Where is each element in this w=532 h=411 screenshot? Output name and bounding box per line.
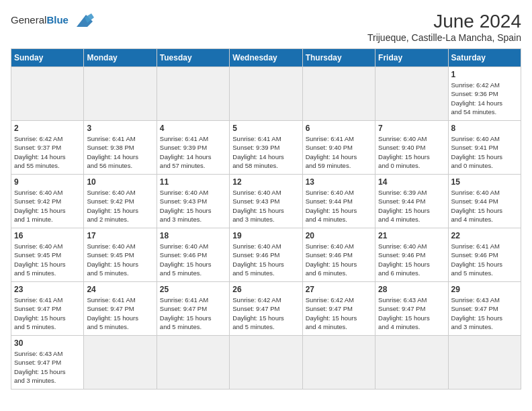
day-info: Sunrise: 6:40 AM Sunset: 9:43 PM Dayligh… (232, 188, 299, 224)
calendar-cell: 13Sunrise: 6:40 AM Sunset: 9:44 PM Dayli… (302, 175, 375, 228)
calendar-cell (230, 67, 302, 121)
calendar-cell: 17Sunrise: 6:40 AM Sunset: 9:45 PM Dayli… (84, 228, 157, 282)
day-number: 7 (378, 124, 445, 133)
day-info: Sunrise: 6:41 AM Sunset: 9:47 PM Dayligh… (87, 295, 153, 331)
day-number: 1 (451, 70, 518, 79)
calendar-cell: 23Sunrise: 6:41 AM Sunset: 9:47 PM Dayli… (11, 282, 84, 336)
calendar-cell: 29Sunrise: 6:43 AM Sunset: 9:47 PM Dayli… (448, 282, 521, 336)
weekday-header-sunday: Sunday (11, 49, 84, 67)
calendar-cell: 22Sunrise: 6:41 AM Sunset: 9:46 PM Dayli… (448, 228, 521, 282)
calendar-cell: 7Sunrise: 6:40 AM Sunset: 9:40 PM Daylig… (375, 121, 448, 175)
calendar-cell: 1Sunrise: 6:42 AM Sunset: 9:36 PM Daylig… (448, 67, 521, 121)
day-info: Sunrise: 6:40 AM Sunset: 9:43 PM Dayligh… (160, 188, 226, 224)
day-number: 13 (306, 177, 372, 187)
day-info: Sunrise: 6:40 AM Sunset: 9:46 PM Dayligh… (232, 242, 299, 277)
day-info: Sunrise: 6:40 AM Sunset: 9:46 PM Dayligh… (160, 242, 226, 277)
calendar-cell: 9Sunrise: 6:40 AM Sunset: 9:42 PM Daylig… (11, 175, 84, 228)
day-number: 18 (160, 231, 226, 240)
calendar-cell (375, 336, 448, 390)
weekday-header-wednesday: Wednesday (230, 49, 302, 67)
calendar-cell: 21Sunrise: 6:40 AM Sunset: 9:46 PM Dayli… (375, 228, 448, 282)
calendar-cell (11, 67, 84, 121)
day-number: 16 (14, 231, 81, 240)
weekday-header-thursday: Thursday (302, 49, 375, 67)
day-number: 28 (378, 285, 445, 294)
calendar-cell: 6Sunrise: 6:41 AM Sunset: 9:40 PM Daylig… (302, 121, 375, 175)
day-info: Sunrise: 6:40 AM Sunset: 9:44 PM Dayligh… (451, 188, 518, 224)
day-number: 22 (451, 231, 518, 240)
day-info: Sunrise: 6:42 AM Sunset: 9:47 PM Dayligh… (232, 295, 299, 331)
weekday-header-tuesday: Tuesday (157, 49, 229, 67)
day-info: Sunrise: 6:41 AM Sunset: 9:40 PM Dayligh… (306, 134, 372, 170)
calendar-cell (84, 336, 157, 390)
day-number: 6 (306, 124, 372, 133)
day-number: 10 (87, 177, 153, 187)
day-info: Sunrise: 6:41 AM Sunset: 9:38 PM Dayligh… (87, 134, 153, 170)
calendar-cell: 10Sunrise: 6:40 AM Sunset: 9:42 PM Dayli… (84, 175, 157, 228)
calendar-cell: 18Sunrise: 6:40 AM Sunset: 9:46 PM Dayli… (157, 228, 229, 282)
day-number: 14 (378, 177, 445, 187)
calendar-cell: 25Sunrise: 6:41 AM Sunset: 9:47 PM Dayli… (157, 282, 229, 336)
day-info: Sunrise: 6:43 AM Sunset: 9:47 PM Dayligh… (14, 349, 81, 385)
day-number: 30 (14, 338, 81, 348)
day-number: 20 (306, 231, 372, 240)
calendar-cell: 14Sunrise: 6:39 AM Sunset: 9:44 PM Dayli… (375, 175, 448, 228)
location: Trijueque, Castille-La Mancha, Spain (367, 32, 521, 43)
day-info: Sunrise: 6:42 AM Sunset: 9:47 PM Dayligh… (306, 295, 372, 331)
calendar-cell: 19Sunrise: 6:40 AM Sunset: 9:46 PM Dayli… (230, 228, 302, 282)
calendar-cell (302, 336, 375, 390)
day-number: 8 (451, 124, 518, 133)
month-title: June 2024 (367, 11, 521, 32)
day-number: 29 (451, 285, 518, 294)
calendar-cell: 5Sunrise: 6:41 AM Sunset: 9:39 PM Daylig… (230, 121, 302, 175)
calendar-cell: 3Sunrise: 6:41 AM Sunset: 9:38 PM Daylig… (84, 121, 157, 175)
day-number: 26 (232, 285, 299, 294)
day-info: Sunrise: 6:42 AM Sunset: 9:37 PM Dayligh… (14, 134, 81, 170)
calendar-cell: 15Sunrise: 6:40 AM Sunset: 9:44 PM Dayli… (448, 175, 521, 228)
day-info: Sunrise: 6:43 AM Sunset: 9:47 PM Dayligh… (378, 295, 445, 331)
calendar-cell: 30Sunrise: 6:43 AM Sunset: 9:47 PM Dayli… (11, 336, 84, 390)
calendar-cell: 4Sunrise: 6:41 AM Sunset: 9:39 PM Daylig… (157, 121, 229, 175)
calendar-cell (157, 336, 229, 390)
day-info: Sunrise: 6:43 AM Sunset: 9:47 PM Dayligh… (451, 295, 518, 331)
calendar-cell: 26Sunrise: 6:42 AM Sunset: 9:47 PM Dayli… (230, 282, 302, 336)
weekday-header-friday: Friday (375, 49, 448, 67)
day-info: Sunrise: 6:40 AM Sunset: 9:40 PM Dayligh… (378, 134, 445, 170)
day-number: 27 (306, 285, 372, 294)
day-info: Sunrise: 6:40 AM Sunset: 9:44 PM Dayligh… (306, 188, 372, 224)
calendar-cell (84, 67, 157, 121)
day-number: 9 (14, 177, 81, 187)
day-info: Sunrise: 6:41 AM Sunset: 9:47 PM Dayligh… (160, 295, 226, 331)
day-info: Sunrise: 6:40 AM Sunset: 9:42 PM Dayligh… (14, 188, 81, 224)
day-info: Sunrise: 6:40 AM Sunset: 9:41 PM Dayligh… (451, 134, 518, 170)
day-info: Sunrise: 6:41 AM Sunset: 9:47 PM Dayligh… (14, 295, 81, 331)
calendar-cell: 12Sunrise: 6:40 AM Sunset: 9:43 PM Dayli… (230, 175, 302, 228)
day-info: Sunrise: 6:41 AM Sunset: 9:39 PM Dayligh… (232, 134, 299, 170)
day-number: 2 (14, 124, 81, 133)
day-number: 4 (160, 124, 226, 133)
day-number: 19 (232, 231, 299, 240)
day-number: 25 (160, 285, 226, 294)
day-info: Sunrise: 6:41 AM Sunset: 9:39 PM Dayligh… (160, 134, 226, 170)
calendar-cell (230, 336, 302, 390)
day-info: Sunrise: 6:42 AM Sunset: 9:36 PM Dayligh… (451, 81, 518, 116)
title-area: June 2024 Trijueque, Castille-La Mancha,… (367, 11, 521, 43)
page-header: GeneralBlue June 2024 Trijueque, Castill… (11, 11, 521, 43)
calendar-cell (375, 67, 448, 121)
day-number: 3 (87, 124, 153, 133)
calendar-cell (157, 67, 229, 121)
calendar-cell: 24Sunrise: 6:41 AM Sunset: 9:47 PM Dayli… (84, 282, 157, 336)
calendar-table: SundayMondayTuesdayWednesdayThursdayFrid… (11, 48, 521, 390)
day-info: Sunrise: 6:40 AM Sunset: 9:46 PM Dayligh… (378, 242, 445, 277)
logo: GeneralBlue (11, 11, 95, 30)
calendar-cell: 16Sunrise: 6:40 AM Sunset: 9:45 PM Dayli… (11, 228, 84, 282)
day-info: Sunrise: 6:40 AM Sunset: 9:46 PM Dayligh… (306, 242, 372, 277)
day-number: 24 (87, 285, 153, 294)
day-info: Sunrise: 6:40 AM Sunset: 9:45 PM Dayligh… (14, 242, 81, 277)
calendar-cell (302, 67, 375, 121)
calendar-cell (448, 336, 521, 390)
day-number: 12 (232, 177, 299, 187)
day-info: Sunrise: 6:40 AM Sunset: 9:45 PM Dayligh… (87, 242, 153, 277)
weekday-header-monday: Monday (84, 49, 157, 67)
day-number: 5 (232, 124, 299, 133)
